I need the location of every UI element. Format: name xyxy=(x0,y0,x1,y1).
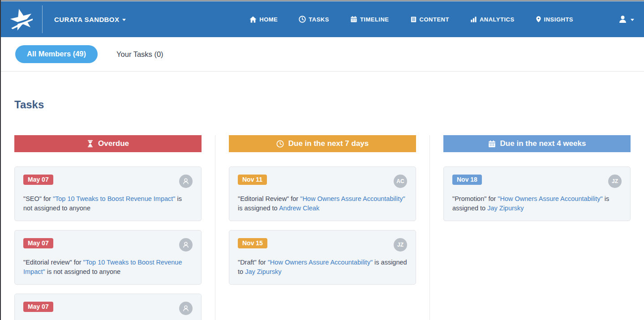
pin-icon xyxy=(536,16,541,23)
column-due-4-weeks: Due in the next 4 weeks Nov 18 JZ "Promo… xyxy=(429,135,631,320)
task-description: "Promotion" for "How Owners Assure Accou… xyxy=(452,194,622,213)
due-date-badge: Nov 11 xyxy=(238,175,267,185)
analytics-icon xyxy=(470,16,477,23)
content-icon xyxy=(410,16,417,23)
nav-insights[interactable]: INSIGHTS xyxy=(536,16,573,23)
avatar-unassigned xyxy=(179,238,193,252)
avatar-unassigned xyxy=(179,175,193,188)
content-link[interactable]: "How Owners Assure Accountability" xyxy=(498,195,602,202)
due-date-badge: Nov 15 xyxy=(238,238,267,248)
task-description: "Editorial Review" for "How Owners Assur… xyxy=(238,194,407,213)
assignee-link[interactable]: Andrew Cleak xyxy=(279,205,319,212)
task-description: "SEO" for "Top 10 Tweaks to Boost Revenu… xyxy=(23,194,193,213)
person-outline-icon xyxy=(182,305,189,312)
calendar-icon xyxy=(350,16,357,23)
avatar-initials: JZ xyxy=(394,238,407,252)
task-card: Nov 18 JZ "Promotion" for "How Owners As… xyxy=(443,166,631,221)
clock-icon xyxy=(276,140,284,148)
tasks-filter-tabbar: All Members (49) Your Tasks (0) xyxy=(1,37,644,72)
star-logo-icon xyxy=(9,8,34,31)
page-title: Tasks xyxy=(14,98,631,111)
nav-home[interactable]: HOME xyxy=(249,16,278,23)
column-header-due-7-days: Due in the next 7 days xyxy=(229,135,416,152)
chevron-down-icon xyxy=(631,19,634,21)
hourglass-icon xyxy=(87,140,94,148)
user-menu[interactable] xyxy=(618,15,634,23)
chevron-down-icon xyxy=(122,19,126,21)
task-card: Nov 15 JZ "Draft" for "How Owners Assure… xyxy=(229,230,416,285)
task-card: May 07 "SEO" for "Top 10 Tweaks to Boost… xyxy=(14,166,202,221)
content-link[interactable]: "Top 10 Tweaks to Boost Revenue Impact" xyxy=(53,195,176,202)
task-card: May 07 xyxy=(14,294,202,320)
column-header-overdue: Overdue xyxy=(14,135,202,152)
due-date-badge: Nov 18 xyxy=(452,175,482,185)
column-due-7-days: Due in the next 7 days Nov 11 AC "Editor… xyxy=(215,135,416,320)
account-switcher[interactable]: CURATA SANDBOX xyxy=(54,16,126,23)
column-overdue: Overdue May 07 "SEO" for "Top 10 Tweaks … xyxy=(14,135,202,320)
card-list-due-4-weeks: Nov 18 JZ "Promotion" for "How Owners As… xyxy=(443,166,631,221)
curata-logo[interactable] xyxy=(1,8,42,31)
navbar-divider xyxy=(42,5,43,33)
content-link[interactable]: "How Owners Assure Accountability" xyxy=(300,195,405,202)
home-icon xyxy=(249,16,257,23)
due-date-badge: May 07 xyxy=(23,238,53,248)
card-list-due-7-days: Nov 11 AC "Editorial Review" for "How Ow… xyxy=(229,166,416,285)
top-navbar: CURATA SANDBOX HOME TASKS xyxy=(1,1,644,37)
assignee-link[interactable]: Jay Zipursky xyxy=(487,205,524,212)
task-description: "Editorial review" for "Top 10 Tweaks to… xyxy=(23,258,193,277)
due-date-badge: May 07 xyxy=(23,175,53,185)
main-nav: HOME TASKS TIMELINE xyxy=(249,15,634,23)
task-card: May 07 "Editorial review" for "Top 10 Tw… xyxy=(14,230,202,285)
person-outline-icon xyxy=(182,241,189,248)
content-link[interactable]: "How Owners Assure Accountability" xyxy=(268,259,373,266)
calendar-icon xyxy=(488,140,496,148)
person-outline-icon xyxy=(182,178,189,185)
due-date-badge: May 07 xyxy=(23,302,53,312)
tab-all-members[interactable]: All Members (49) xyxy=(15,45,98,63)
nav-analytics[interactable]: ANALYTICS xyxy=(470,16,515,23)
user-icon xyxy=(618,15,627,23)
nav-timeline[interactable]: TIMELINE xyxy=(350,16,389,23)
brand-label: CURATA SANDBOX xyxy=(54,16,119,23)
assignee-link[interactable]: Jay Zipursky xyxy=(245,268,281,275)
tasks-page: Tasks Overdue May 07 xyxy=(1,72,644,320)
tab-your-tasks[interactable]: Your Tasks (0) xyxy=(116,50,163,59)
avatar-initials: AC xyxy=(394,175,407,188)
card-list-overdue: May 07 "SEO" for "Top 10 Tweaks to Boost… xyxy=(14,166,202,320)
clock-icon xyxy=(299,16,306,23)
nav-tasks[interactable]: TASKS xyxy=(299,16,329,23)
avatar-unassigned xyxy=(179,302,193,315)
column-header-due-4-weeks: Due in the next 4 weeks xyxy=(443,135,631,152)
avatar-initials: JZ xyxy=(608,175,622,188)
nav-content[interactable]: CONTENT xyxy=(410,16,449,23)
task-columns: Overdue May 07 "SEO" for "Top 10 Tweaks … xyxy=(14,135,631,320)
task-card: Nov 11 AC "Editorial Review" for "How Ow… xyxy=(229,166,416,221)
task-description: "Draft" for "How Owners Assure Accountab… xyxy=(238,258,407,277)
